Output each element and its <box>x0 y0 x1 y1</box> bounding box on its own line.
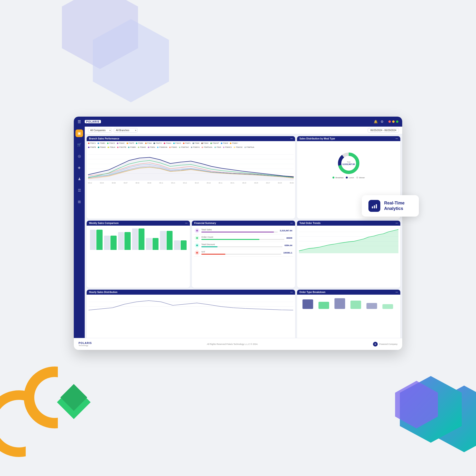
svg-point-15 <box>196 237 198 239</box>
minimize-dot[interactable] <box>392 120 395 123</box>
meal-type-title: Sales Distribution by Meal Type <box>299 137 335 140</box>
nav-brand: POLARIS <box>85 120 101 123</box>
sidebar-item-reports[interactable]: ◈ <box>75 164 83 171</box>
legend-item: FSbHt <box>221 142 228 144</box>
sales-content: Total Sales <box>201 228 278 233</box>
order-trends-panel: Total Order Trends — <box>297 221 400 288</box>
branch-sales-panel: Branch Sales Performance — FSbC1 FSbB1 F… <box>87 136 295 219</box>
svg-point-19 <box>196 252 198 254</box>
vat-content: VAT <box>201 251 281 255</box>
legend-item: FSbSC1 <box>223 146 232 148</box>
analytics-card-icon <box>368 200 380 212</box>
meal-legend: Breakfast Lunch Dinner <box>333 177 365 179</box>
legend-item: FSbCh2 <box>234 146 242 148</box>
branch-sales-legend-2: FSbPB FSbAG FSbLA FSbYPB FSbBH FSbAG FSb… <box>87 145 295 149</box>
legend-item: FSbT5 <box>127 142 134 144</box>
svg-rect-0 <box>372 206 373 208</box>
hamburger-icon[interactable]: ☰ <box>78 119 81 124</box>
discount-label: Total Discount <box>201 243 283 246</box>
order-trends-expand[interactable]: — <box>395 222 398 224</box>
legend-item: FSbPn <box>183 142 191 144</box>
hourly-sales-title: Hourly Sales Distribution <box>89 291 117 293</box>
brand-logo: POLARIS <box>85 120 101 123</box>
order-type-title: Order Type Breakdown <box>299 291 325 293</box>
order-type-panel: Order Type Breakdown — <box>297 290 400 338</box>
legend-item: FSbTrV <box>153 142 162 144</box>
bg-diamond-green <box>60 384 87 411</box>
weekly-sales-body <box>87 226 190 252</box>
bell-icon[interactable]: 🔔 <box>374 120 378 123</box>
footer-brand-sub: Technology <box>79 344 92 346</box>
legend-item: FSbM <box>192 142 200 144</box>
order-type-expand[interactable]: — <box>395 291 398 293</box>
order-trends-title: Total Order Trends <box>299 222 321 224</box>
sidebar-item-grid[interactable]: ⊞ <box>75 198 83 206</box>
sidebar-item-dashboard[interactable]: ▣ <box>75 130 83 137</box>
hourly-sales-panel: Hourly Sales Distribution — <box>87 290 295 338</box>
meal-type-expand[interactable]: — <box>395 137 398 140</box>
footer-powered: ⚙ Powered Company <box>373 342 397 346</box>
footer-copyright: All Rights Reserved Polaris Technology L… <box>207 343 258 345</box>
order-trends-header: Total Order Trends — <box>297 221 400 226</box>
orders-value: 36509 <box>286 237 292 239</box>
legend-item: FSbAC <box>117 142 125 144</box>
branch-sales-header: Branch Sales Performance — <box>87 136 295 141</box>
legend-item: FSbAG <box>98 146 106 148</box>
sidebar-item-users[interactable]: ♟ <box>75 175 83 183</box>
legend-item: FSbVS <box>173 142 181 144</box>
legend-item: FSbC1 <box>88 142 96 144</box>
bar-group <box>132 228 145 250</box>
weekly-sales-header: Weekly Sales Comparison — <box>87 221 190 226</box>
legend-item: FSbBr+ <box>230 142 238 144</box>
bar-group <box>160 231 172 250</box>
orders-label: Order Count <box>201 236 284 238</box>
financial-expand[interactable]: — <box>290 222 293 224</box>
weekly-sales-title: Weekly Sales Comparison <box>89 222 119 224</box>
company-select[interactable]: All Companies <box>88 128 112 133</box>
legend-item: FSbLA <box>108 146 115 148</box>
order-type-chart <box>299 297 398 311</box>
vat-label: VAT <box>201 251 281 253</box>
financial-header: Financial Summary — <box>192 221 295 226</box>
x-axis-labels: 06:1206:0406:0806:0706:0206:0606:1106:14… <box>87 182 295 184</box>
date-range-button[interactable]: 06/25/2024 - 06/29/2024 <box>368 128 399 133</box>
bar-group <box>90 230 102 250</box>
branch-select[interactable]: All Branches <box>114 128 137 133</box>
sales-icon <box>195 228 200 233</box>
legend-item: FSbM1 <box>169 146 177 148</box>
sidebar-item-cart[interactable]: 🛒 <box>75 141 83 149</box>
bar-group <box>146 238 158 250</box>
financial-item-discount: Total Discount 6384.44 <box>194 242 293 249</box>
branch-sales-chart <box>88 150 294 181</box>
legend-item: FSbFScA <box>244 146 254 148</box>
branch-sales-title: Branch Sales Performance <box>89 137 119 140</box>
vat-icon <box>195 250 200 255</box>
hourly-sales-header: Hourly Sales Distribution — <box>87 290 295 295</box>
dashboard-footer: POLARIS Technology All Rights Reserved P… <box>74 338 402 350</box>
order-type-header: Order Type Breakdown — <box>297 290 400 295</box>
bar-group <box>104 236 117 250</box>
sales-value: 3,315,067.64 <box>280 229 292 232</box>
weekly-bar-chart <box>88 227 188 251</box>
sidebar-item-menu[interactable]: ☰ <box>75 187 83 194</box>
discount-icon <box>195 243 200 248</box>
svg-point-17 <box>196 245 198 246</box>
close-dot[interactable] <box>389 120 391 123</box>
legend-item: FSbFScHL <box>202 146 213 148</box>
weekly-expand[interactable]: — <box>185 222 187 224</box>
branch-sales-expand[interactable]: — <box>290 137 293 140</box>
financial-body: Total Sales 3,315,067.64 <box>192 226 295 258</box>
maximize-dot[interactable] <box>396 120 398 123</box>
svg-marker-8 <box>88 157 294 181</box>
legend-item: FSbAG <box>138 146 146 148</box>
legend-item: FSbBH <box>128 146 136 148</box>
gear-icon[interactable]: ⚙ <box>381 120 384 123</box>
nav-bar: ☰ POLARIS 🔔 ⚙ <box>74 117 402 127</box>
legend-item: FSbYPB <box>117 146 126 148</box>
sidebar-item-analytics[interactable]: ◎ <box>75 152 83 160</box>
legend-item: FSbB1 <box>98 142 105 144</box>
financial-panel: Financial Summary — Total Sales <box>192 221 295 288</box>
svg-rect-27 <box>303 299 313 309</box>
orders-icon <box>195 236 200 240</box>
hourly-expand[interactable]: — <box>290 291 293 293</box>
